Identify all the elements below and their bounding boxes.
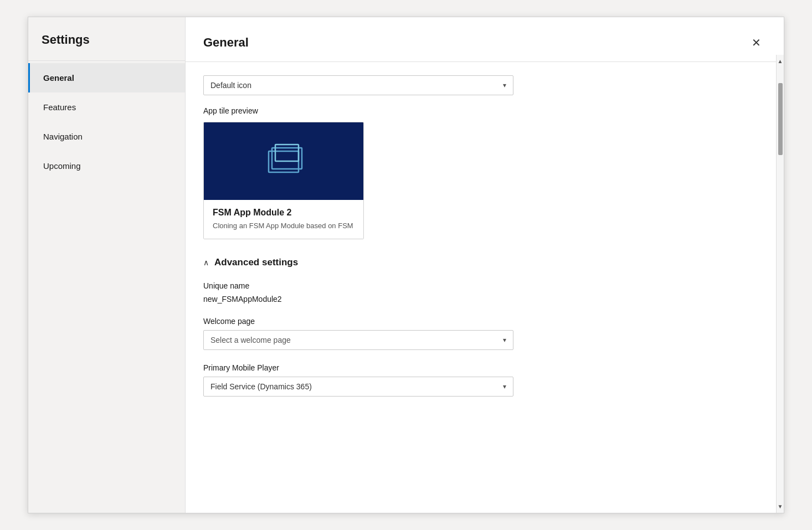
scrollbar: ▲ ▼ [776,55,784,513]
icon-dropdown[interactable]: Default icon ▾ [203,75,513,95]
app-tile-preview-label: App tile preview [203,106,766,115]
app-tile-description: Cloning an FSM App Module based on FSM [213,221,354,231]
icon-dropdown-group: Default icon ▾ [203,75,766,95]
advanced-settings-label: Advanced settings [214,257,298,268]
page-title: General [203,35,249,50]
scroll-area[interactable]: Default icon ▾ App tile preview [186,62,784,513]
welcome-page-label: Welcome page [203,317,766,326]
welcome-page-group: Welcome page Select a welcome page ▾ [203,317,766,350]
app-tile-preview-group: App tile preview FSM A [203,106,766,239]
chevron-down-icon: ▾ [503,81,506,89]
unique-name-group: Unique name new_FSMAppModule2 [203,281,766,303]
sidebar-title: Settings [28,17,185,61]
svg-rect-2 [275,145,299,161]
sidebar-item-upcoming[interactable]: Upcoming [28,151,185,181]
app-tile-name: FSM App Module 2 [213,208,354,218]
sidebar-item-features[interactable]: Features [28,92,185,122]
primary-mobile-label: Primary Mobile Player [203,363,766,372]
primary-mobile-dropdown[interactable]: Field Service (Dynamics 365) ▾ [203,377,513,397]
primary-mobile-group: Primary Mobile Player Field Service (Dyn… [203,363,766,397]
app-tile-header [204,122,363,200]
chevron-down-icon: ▾ [503,336,506,344]
sidebar: Settings General Features Navigation Upc… [28,17,186,513]
scroll-up-arrow[interactable]: ▲ [775,56,784,66]
main-content: General ✕ Default icon ▾ App tile previe… [186,17,784,513]
scroll-thumb [778,83,783,155]
app-tile: FSM App Module 2 Cloning an FSM App Modu… [203,122,364,239]
welcome-page-placeholder: Select a welcome page [210,336,291,344]
main-header: General ✕ [186,17,784,62]
close-button[interactable]: ✕ [746,33,766,53]
primary-mobile-value: Field Service (Dynamics 365) [210,382,312,391]
app-icon [264,143,303,179]
chevron-down-icon: ▾ [503,383,506,390]
welcome-page-dropdown[interactable]: Select a welcome page ▾ [203,330,513,350]
scroll-down-arrow[interactable]: ▼ [775,501,784,512]
settings-dialog: Settings General Features Navigation Upc… [28,17,784,513]
icon-dropdown-value: Default icon [210,81,251,90]
close-icon: ✕ [752,36,761,49]
advanced-settings-toggle[interactable]: ∧ Advanced settings [203,257,766,268]
unique-name-label: Unique name [203,281,766,290]
sidebar-item-navigation[interactable]: Navigation [28,122,185,151]
app-tile-body: FSM App Module 2 Cloning an FSM App Modu… [204,200,363,239]
chevron-up-icon: ∧ [203,258,209,267]
sidebar-item-general[interactable]: General [28,63,185,92]
unique-name-value: new_FSMAppModule2 [203,295,766,303]
sidebar-nav: General Features Navigation Upcoming [28,63,185,181]
